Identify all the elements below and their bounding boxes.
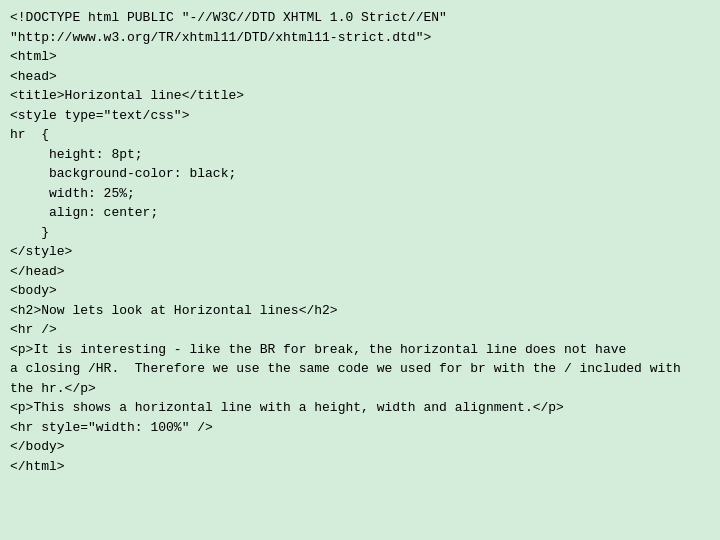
code-editor: <!DOCTYPE html PUBLIC "-//W3C//DTD XHTML… xyxy=(10,8,710,476)
